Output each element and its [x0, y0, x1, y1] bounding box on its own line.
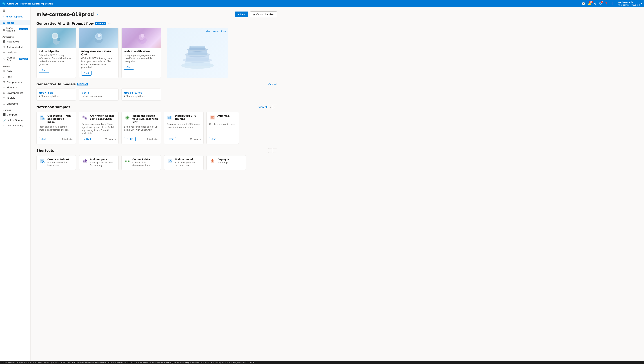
- svg-point-58: [171, 161, 172, 162]
- shortcuts-title: Shortcuts ···: [36, 148, 58, 152]
- hamburger-menu-button[interactable]: ☰: [0, 7, 31, 14]
- svg-rect-24: [41, 116, 43, 116]
- sidebar-item-designer[interactable]: ✏ Designer: [0, 50, 31, 55]
- help-icon[interactable]: ❓: [604, 2, 608, 6]
- sidebar-item-models[interactable]: ⬡ Models: [0, 96, 31, 101]
- svg-rect-34: [128, 117, 129, 118]
- environments-icon: ◈: [3, 92, 6, 94]
- sidebar-item-model-catalog[interactable]: ▦ Model catalog PREVIEW: [0, 25, 31, 33]
- model-type-gpt-4: ℹ Chat completions: [82, 95, 116, 98]
- generative-ai-more-button[interactable]: ···: [108, 22, 111, 25]
- sidebar-item-data-labeling[interactable]: 🏷 Data Labeling: [0, 123, 31, 128]
- svg-rect-38: [172, 116, 172, 119]
- notebook-2-start-button[interactable]: ↗ Start: [124, 137, 136, 141]
- svg-rect-5: [58, 38, 60, 41]
- notebook-card-2-footer: ↗ Start 20 minutes: [124, 137, 158, 141]
- automated-ml-icon: ⊞: [3, 46, 6, 48]
- shortcuts-cards: Create notebook Use notebooks for intera…: [36, 155, 277, 170]
- byod-card[interactable]: Bring Your Own Data QnA Q&A with GPT3.5 …: [79, 28, 119, 78]
- ai-models-more-button[interactable]: ···: [90, 83, 92, 86]
- notebook-card-1[interactable]: Arbitration agents using LangChain Demon…: [79, 112, 119, 144]
- notebook-view-all-link[interactable]: View all: [259, 106, 268, 108]
- sidebar-item-data[interactable]: ⊟ Data: [0, 68, 31, 74]
- notebook-next-button[interactable]: ›: [273, 105, 277, 109]
- model-card-gpt-4[interactable]: gpt-4 ℹ Chat completions: [79, 88, 119, 100]
- shortcut-add-compute[interactable]: Add compute A designated location for ru…: [79, 155, 119, 170]
- notebook-card-3-footer: Start 30 minutes: [167, 137, 201, 141]
- sidebar: ☰ ← All workspaces ⌂ Home ▦ Model catalo…: [0, 7, 31, 361]
- sidebar-item-jobs[interactable]: ⏱ Jobs: [0, 74, 31, 79]
- notebook-card-3-header: Distributed GPU training: [167, 114, 201, 121]
- shortcut-train-model[interactable]: Train a model Train with your own custom…: [164, 155, 203, 170]
- notebook-card-2-header: Index and search your own data with GPT: [124, 114, 158, 124]
- model-card-gpt-4-32k[interactable]: gpt-4-32k ℹ Chat completions: [36, 88, 76, 100]
- ask-wikipedia-start-button[interactable]: Start: [39, 68, 49, 73]
- notebook-3-start-button[interactable]: Start: [167, 137, 176, 141]
- sidebar-item-home[interactable]: ⌂ Home: [0, 20, 31, 25]
- notebook-prev-button[interactable]: ‹: [268, 105, 272, 109]
- sidebar-item-environments[interactable]: ◈ Environments: [0, 90, 31, 96]
- deploy-desc: Use endp...: [218, 162, 232, 164]
- byod-image: [79, 28, 118, 48]
- view-prompt-flow-link[interactable]: View prompt flow: [205, 30, 226, 33]
- sidebar-item-automated-ml[interactable]: ⊞ Automated ML: [0, 44, 31, 50]
- notifications-icon[interactable]: 🔔 20: [588, 2, 591, 6]
- sidebar-item-linked-services[interactable]: 🔗 Linked Services: [0, 117, 31, 123]
- notebooks-icon: 📓: [3, 40, 6, 43]
- model-card-gpt-35-turbo[interactable]: gpt-35-turbo ℹ Chat completions: [121, 88, 161, 100]
- notebook-card-3[interactable]: Distributed GPU training Run a sample mu…: [164, 112, 203, 144]
- notebook-0-duration: 25 minutes: [62, 138, 73, 140]
- sidebar-item-pipelines[interactable]: ⇌ Pipelines: [0, 85, 31, 90]
- svg-point-13: [141, 34, 144, 38]
- clock-icon[interactable]: 🕐: [582, 2, 585, 6]
- linked-services-icon: 🔗: [3, 118, 6, 122]
- notebook-0-start-button[interactable]: Start: [39, 137, 48, 141]
- web-classification-card[interactable]: Web Classification Using large language …: [121, 28, 161, 78]
- models-icon: ⬡: [3, 97, 6, 100]
- sidebar-item-compute[interactable]: ⬛ Compute: [0, 112, 31, 117]
- shortcut-connect-data[interactable]: Connect data Connect from datastores, lo…: [121, 155, 161, 170]
- all-workspaces-link[interactable]: ← All workspaces: [0, 14, 31, 20]
- pf-3d-illustration: [176, 35, 219, 71]
- svg-rect-1: [4, 3, 6, 5]
- svg-point-9: [98, 34, 101, 37]
- shortcut-create-notebook[interactable]: Create notebook Use notebooks for intera…: [36, 155, 76, 170]
- shortcuts-next-button[interactable]: ›: [273, 148, 277, 153]
- svg-point-55: [125, 161, 126, 162]
- user-profile[interactable]: contoso-sub mlw-contoso-819prod ▾: [616, 1, 642, 6]
- web-classification-desc: Using large language models to classify …: [124, 54, 159, 63]
- alerts-icon[interactable]: 🛡 3: [599, 2, 602, 6]
- shortcuts-more-button[interactable]: ···: [56, 149, 58, 152]
- train-model-desc: Train with your own custom code...: [175, 162, 201, 167]
- notebook-4-start-button[interactable]: Start: [209, 137, 218, 141]
- notebook-card-2[interactable]: Index and search your own data with GPT …: [121, 112, 161, 144]
- generative-ai-content: Ask Wikipedia Q&A with GPT3.5 using info…: [36, 28, 277, 78]
- user-circle-icon[interactable]: 👤: [611, 2, 614, 6]
- deploy-icon: [209, 158, 216, 164]
- user-workspace-name: mlw-contoso-819prod: [618, 4, 640, 6]
- notebook-more-button[interactable]: ···: [72, 106, 75, 108]
- status-bar: https://eastus2euap.ml.azure.com/?wsid=/…: [0, 361, 644, 364]
- sidebar-item-components[interactable]: ⊡ Components: [0, 79, 31, 85]
- settings-icon[interactable]: ⚙️: [594, 2, 596, 6]
- shortcuts-prev-button[interactable]: ‹: [268, 148, 272, 153]
- ask-wikipedia-title: Ask Wikipedia: [39, 50, 74, 53]
- byod-start-button[interactable]: Start: [81, 71, 92, 76]
- ask-wikipedia-image: [37, 28, 76, 48]
- sidebar-item-endpoints[interactable]: ◎ Endpoints: [0, 101, 31, 106]
- customize-view-button[interactable]: ⊞ Customize view: [250, 12, 277, 17]
- new-button[interactable]: + New: [235, 12, 248, 17]
- shortcut-deploy[interactable]: Deploy a... Use endp...: [206, 155, 246, 170]
- notebook-1-start-button[interactable]: ↗ Start: [82, 137, 93, 141]
- model-name-gpt-35-turbo: gpt-35-turbo: [124, 91, 158, 94]
- edit-title-button[interactable]: ✏: [96, 12, 98, 16]
- generative-ai-section: Generative AI with Prompt flow PREVIEW ·…: [36, 22, 277, 78]
- ai-models-view-all-link[interactable]: View all: [268, 83, 277, 86]
- web-classification-start-button[interactable]: Start: [124, 65, 134, 70]
- notebook-card-4[interactable]: Automat... Create a p... credit def... S…: [206, 112, 239, 144]
- assets-section-label: Assets: [0, 63, 31, 68]
- ask-wikipedia-card[interactable]: Ask Wikipedia Q&A with GPT3.5 using info…: [36, 28, 76, 78]
- sidebar-item-prompt-flow[interactable]: ▷ Prompt flow PREVIEW: [0, 55, 31, 63]
- notebook-card-0[interactable]: Get started: Train and deploy a model Tr…: [36, 112, 76, 144]
- sidebar-item-notebooks[interactable]: 📓 Notebooks: [0, 39, 31, 44]
